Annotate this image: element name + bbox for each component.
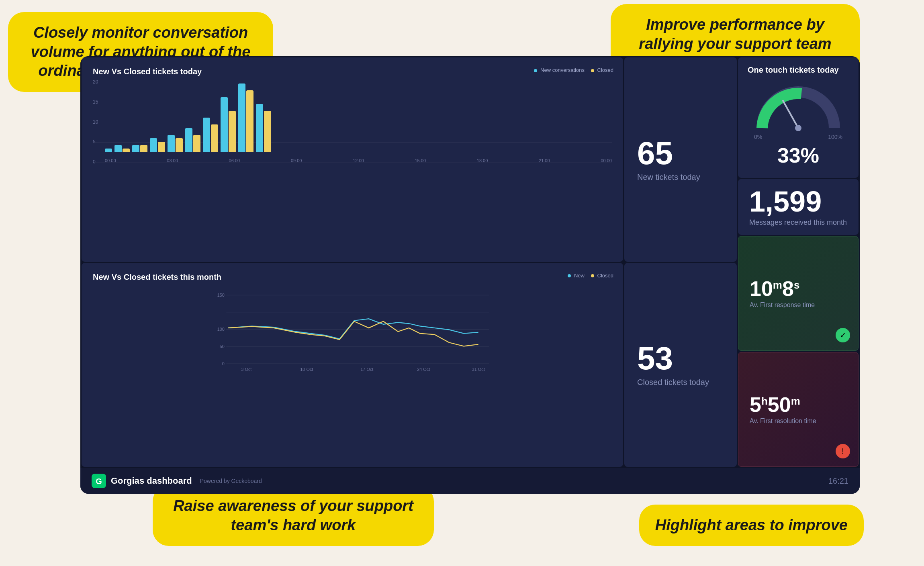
bar-chart-area: 20 15 10 5 0 00:00 03:00 06:00 09:00 12:…	[93, 83, 612, 163]
bar-closed	[229, 111, 236, 152]
messages-label: Messages received this month	[749, 218, 847, 227]
svg-text:150: 150	[217, 292, 225, 297]
callout-bottom-right: Highlight areas to improve	[639, 505, 864, 546]
bar-closed	[193, 135, 200, 152]
callout-bottom-right-text: Highlight areas to improve	[655, 517, 848, 533]
messages-number: 1,599	[749, 187, 847, 216]
svg-text:10 Oct: 10 Oct	[300, 367, 313, 372]
dashboard-footer: G Gorgias dashboard Powered by Geckoboar…	[80, 468, 860, 494]
first-response-panel: 10m8s Av. First response time ✓	[738, 236, 859, 351]
one-touch-panel: One touch tickets today 0% 100	[738, 57, 859, 178]
bar-group	[185, 128, 200, 152]
svg-text:G: G	[96, 477, 102, 486]
svg-point-2	[795, 125, 801, 131]
col2-panels: 65 New tickets today 53 Closed tickets t…	[624, 57, 737, 467]
svg-text:31 Oct: 31 Oct	[472, 367, 485, 372]
bar-group	[132, 145, 147, 152]
bar-new	[256, 104, 263, 152]
bar-group	[238, 83, 253, 152]
footer-time: 16:21	[828, 476, 848, 486]
line-chart-panel: New Vs Closed tickets this month New Clo…	[82, 263, 623, 467]
first-resolution-label: Av. First resolution time	[750, 417, 847, 425]
bar-closed	[264, 111, 271, 152]
new-tickets-label: New tickets today	[637, 173, 724, 182]
line-chart-svg: 150 100 50 0 3 Oct 10 Oct 17 Oct 24 Oct …	[93, 291, 612, 372]
bar-group	[105, 149, 112, 152]
callout-bottom-left: Raise awareness of your support team's h…	[153, 485, 434, 546]
bar-new	[114, 145, 122, 152]
col3-area: One touch tickets today 0% 100	[738, 57, 859, 467]
bar-new	[221, 97, 228, 152]
new-tickets-number: 65	[637, 137, 724, 169]
bar-closed	[211, 124, 218, 152]
bar-group	[150, 138, 165, 152]
bar-chart-legend: New conversations Closed	[534, 67, 613, 73]
svg-text:0: 0	[222, 361, 225, 366]
gauge-container: 0% 100% 33%	[748, 81, 849, 170]
first-resolution-status-icon: !	[836, 444, 850, 458]
bar-closed	[140, 145, 147, 152]
svg-text:3 Oct: 3 Oct	[241, 367, 251, 372]
dashboard-main: New Vs Closed tickets today New conversa…	[80, 56, 860, 468]
closed-tickets-label: Closed tickets today	[637, 378, 724, 387]
bar-new	[150, 138, 157, 152]
gauge-min: 0%	[754, 134, 762, 140]
bar-chart-panel: New Vs Closed tickets today New conversa…	[82, 57, 623, 262]
line-legend-closed: Closed	[591, 273, 613, 279]
callout-bottom-left-text: Raise awareness of your support team's h…	[173, 497, 413, 533]
bar-new	[105, 149, 112, 152]
first-response-time: 10m8s	[750, 278, 847, 299]
svg-text:24 Oct: 24 Oct	[417, 367, 430, 372]
bar-closed	[246, 90, 253, 152]
svg-text:17 Oct: 17 Oct	[360, 367, 373, 372]
dashboard: New Vs Closed tickets today New conversa…	[80, 56, 860, 494]
gauge-labels: 0% 100%	[754, 134, 842, 140]
bar-group	[114, 145, 130, 152]
first-response-label: Av. First response time	[750, 301, 847, 309]
line-legend-new: New	[568, 273, 585, 279]
closed-tickets-number: 53	[637, 342, 724, 375]
bar-new	[185, 128, 192, 152]
gauge-svg	[754, 84, 842, 132]
legend-closed: Closed	[591, 67, 613, 73]
legend-closed-dot	[591, 69, 594, 72]
bar-new	[168, 135, 175, 152]
bar-group	[256, 104, 271, 152]
line-legend-new-dot	[568, 274, 571, 277]
gorgias-logo: G	[92, 474, 106, 488]
closed-tickets-panel: 53 Closed tickets today	[624, 263, 737, 467]
first-resolution-panel: 5h50m Av. First resolution time !	[738, 352, 859, 467]
gauge-percent: 33%	[777, 143, 819, 167]
x-labels: 00:00 03:00 06:00 09:00 12:00 15:00 18:0…	[105, 158, 612, 163]
bar-closed	[123, 149, 130, 152]
footer-brand-name: Gorgias dashboard	[111, 476, 192, 486]
line-legend-closed-dot	[591, 274, 594, 277]
legend-new-dot	[534, 69, 537, 72]
bar-closed	[176, 138, 183, 152]
bar-new	[238, 83, 245, 152]
line-chart-title: New Vs Closed tickets this month	[93, 273, 612, 282]
bar-group	[203, 118, 218, 152]
bar-new	[132, 145, 139, 152]
first-response-status-icon: ✓	[836, 328, 850, 342]
footer-powered: Powered by Geckoboard	[200, 478, 262, 484]
legend-new: New conversations	[534, 67, 584, 73]
svg-line-1	[783, 101, 798, 128]
footer-brand: G Gorgias dashboard Powered by Geckoboar…	[92, 474, 262, 488]
bar-group	[221, 97, 236, 152]
one-touch-title: One touch tickets today	[748, 65, 849, 75]
new-tickets-panel: 65 New tickets today	[624, 57, 737, 262]
first-resolution-time: 5h50m	[750, 394, 847, 415]
svg-text:50: 50	[220, 344, 225, 348]
bar-group	[168, 135, 183, 152]
bar-new	[203, 118, 210, 152]
gauge-max: 100%	[828, 134, 842, 140]
messages-received-panel: 1,599 Messages received this month	[738, 179, 859, 235]
line-chart-legend: New Closed	[568, 273, 613, 279]
bars-container	[105, 83, 612, 152]
bar-closed	[158, 142, 165, 152]
bottom-right-panels: 1,599 Messages received this month 10m8s…	[738, 179, 859, 467]
svg-text:100: 100	[217, 327, 225, 332]
